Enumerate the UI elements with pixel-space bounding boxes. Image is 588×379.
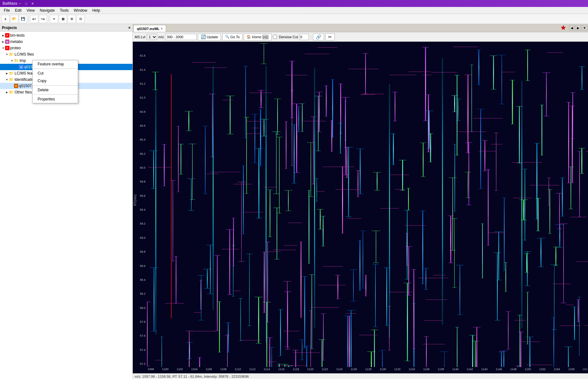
y-tick: 59.0 bbox=[133, 236, 146, 239]
x-tick: 1100 bbox=[162, 368, 168, 371]
menu-file[interactable]: File bbox=[1, 8, 12, 13]
right-panel: q01507.mzML × ★ ◀ ▶ ▼ MS Lvl 1 2 3 m/z 3… bbox=[133, 24, 588, 379]
expand-icon-features: ▶ bbox=[5, 71, 9, 75]
new-button[interactable]: + bbox=[1, 15, 9, 23]
y-tick: 59.2 bbox=[133, 222, 146, 225]
menu-tools[interactable]: Tools bbox=[57, 8, 71, 13]
x-tick: 1148 bbox=[510, 368, 517, 371]
undo-button[interactable]: ↩ bbox=[30, 15, 38, 23]
badge-red: P bbox=[5, 33, 9, 38]
x-tick: 1132 bbox=[394, 368, 401, 371]
home-icon: 🏠 bbox=[247, 35, 251, 39]
x-tick: 1126 bbox=[351, 368, 357, 371]
y-tick: 57.6 bbox=[133, 334, 146, 337]
maximize-button[interactable]: □ bbox=[24, 1, 29, 6]
redo-button[interactable]: ↪ bbox=[39, 15, 47, 23]
folder-icon-lcms: 📁 bbox=[9, 52, 14, 57]
map-area[interactable]: RT(min) 61.6 61.4 61.2 61.0 60.8 60.6 60… bbox=[133, 42, 588, 373]
folder-icon-other: 📁 bbox=[9, 90, 14, 94]
layout4-button[interactable]: ⊟ bbox=[77, 15, 85, 23]
star-tab-icon: ★ bbox=[560, 24, 567, 32]
layout3-button[interactable]: ⊞ bbox=[68, 15, 76, 23]
folder-icon-features: 📁 bbox=[9, 71, 14, 75]
update-button[interactable]: 🔄 Update bbox=[198, 33, 221, 40]
ms-level-select[interactable]: 1 2 3 bbox=[147, 34, 157, 40]
scissors-button[interactable]: ✂ bbox=[325, 33, 335, 40]
goto-button[interactable]: 🔍 Go To bbox=[222, 33, 242, 40]
tab-menu-button[interactable]: ▼ bbox=[582, 25, 587, 31]
tree-item-bm-tests[interactable]: ▶ P bm-tests bbox=[0, 32, 132, 39]
badge-q01507: m bbox=[19, 65, 23, 69]
y-tick: 61.0 bbox=[133, 96, 146, 99]
tab-prev-button[interactable]: ◀ bbox=[569, 25, 575, 31]
ctx-copy[interactable]: Copy bbox=[33, 77, 78, 85]
expand-icon-lcms: ▼ bbox=[5, 52, 9, 56]
home-button[interactable]: 🏠 Home (•)) bbox=[244, 33, 272, 40]
x-tick: 1110 bbox=[235, 368, 241, 371]
x-tick: 1152 bbox=[539, 368, 546, 371]
tab-q01507[interactable]: q01507.mzML × bbox=[133, 25, 166, 32]
tab-next-button[interactable]: ▶ bbox=[575, 25, 581, 31]
minimize-button[interactable]: ─ bbox=[17, 1, 22, 6]
y-tick: 60.2 bbox=[133, 152, 146, 155]
tab-close-button[interactable]: × bbox=[161, 27, 163, 30]
menu-navigate[interactable]: Navigate bbox=[37, 8, 57, 13]
separator2 bbox=[48, 16, 49, 22]
ctx-delete[interactable]: Delete bbox=[33, 86, 78, 94]
folder-icon-ids: 📁 bbox=[9, 77, 14, 82]
projects-title: Projects bbox=[2, 26, 128, 30]
window-close-button[interactable]: ✕ bbox=[30, 1, 35, 6]
y-tick: 60.0 bbox=[133, 166, 146, 169]
x-tick: 1114 bbox=[264, 368, 270, 371]
menu-help[interactable]: Help bbox=[90, 8, 103, 13]
statusbar: m/z: 1097.98 - 1158.58, RT: 57.11 - 61.8… bbox=[133, 373, 588, 379]
tree-item-metabo[interactable]: ▶ M metabo bbox=[0, 39, 132, 45]
tree-item-proteo[interactable]: ▼ P proteo bbox=[0, 45, 132, 51]
y-tick: 60.8 bbox=[133, 110, 146, 113]
menu-edit[interactable]: Edit bbox=[12, 8, 24, 13]
viz-toolbar: MS Lvl 1 2 3 m/z 300 - 2000 🔄 Update 🔍 G… bbox=[133, 32, 588, 42]
y-tick: 58.2 bbox=[133, 292, 146, 295]
ctx-cut[interactable]: Cut bbox=[33, 69, 78, 77]
expand-icon-proteo: ▼ bbox=[1, 46, 5, 50]
x-tick: 1102 bbox=[177, 368, 183, 371]
layout2-button[interactable]: ▦ bbox=[59, 15, 67, 23]
expand-icon: ▶ bbox=[1, 40, 5, 44]
denoise-checkbox[interactable] bbox=[273, 35, 277, 39]
y-tick: 61.4 bbox=[133, 68, 146, 71]
x-tick: 1106 bbox=[206, 368, 212, 371]
save-button[interactable]: 💾 bbox=[19, 15, 27, 23]
tree-label-lcms-files: LC/MS files bbox=[15, 52, 34, 57]
ctx-feature-overlay[interactable]: Feature overlay bbox=[33, 60, 78, 68]
x-tick: 1108 bbox=[220, 368, 226, 371]
layout1-button[interactable]: ▪▪ bbox=[50, 15, 58, 23]
x-tick: 1136 bbox=[423, 368, 430, 371]
context-menu: Feature overlay Cut Copy Delete Properti… bbox=[32, 60, 78, 103]
spectrum-canvas[interactable] bbox=[147, 42, 588, 367]
badge-metabo: M bbox=[5, 39, 9, 44]
x-tick: 1140 bbox=[452, 368, 458, 371]
x-tick: 1134 bbox=[409, 368, 415, 371]
menu-view[interactable]: View bbox=[24, 8, 37, 13]
open-button[interactable]: 📂 bbox=[10, 15, 18, 23]
denoise-value-input[interactable]: 0 bbox=[299, 34, 309, 40]
denoise-label: Denoise Cut bbox=[279, 35, 298, 39]
x-axis: 1098 1100 1102 1104 1106 1108 1110 1112 … bbox=[147, 367, 588, 373]
ms-level-label: MS Lvl bbox=[135, 35, 145, 39]
projects-close-icon[interactable]: × bbox=[128, 26, 131, 30]
y-tick: 61.2 bbox=[133, 82, 146, 85]
ctx-properties[interactable]: Properties bbox=[33, 95, 78, 103]
y-tick: 57.2 bbox=[133, 362, 146, 365]
tree-label-proteo: proteo bbox=[10, 46, 21, 50]
y-tick: 58.6 bbox=[133, 264, 146, 268]
mz-label: m/z bbox=[158, 35, 164, 39]
x-tick: 1116 bbox=[278, 368, 285, 371]
mz-range-input[interactable]: 300 - 2000 bbox=[165, 34, 197, 40]
expand-icon: ▶ bbox=[1, 33, 5, 37]
x-tick: 1120 bbox=[307, 368, 314, 371]
y-tick: 57.4 bbox=[133, 348, 146, 352]
x-tick: 1104 bbox=[191, 368, 198, 371]
tree-item-lcms-files[interactable]: ▼ 📁 LC/MS files bbox=[0, 51, 132, 57]
menu-window[interactable]: Window bbox=[71, 8, 90, 13]
link-button[interactable]: 🔗 bbox=[313, 33, 324, 40]
